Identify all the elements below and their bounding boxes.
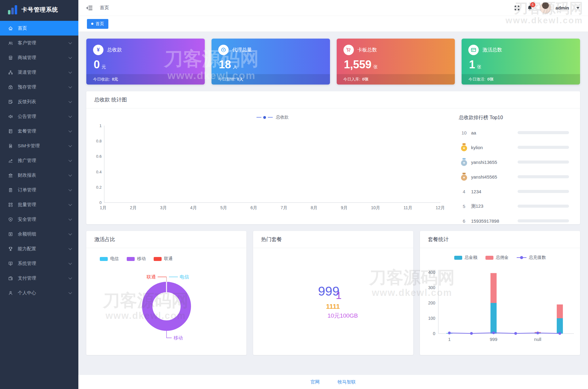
app-logo: 卡号管理系统	[0, 0, 78, 20]
sidebar-item-finance[interactable]: 财政报表	[0, 168, 78, 183]
sidebar: 卡号管理系统 首页客户管理商城管理渠道管理预存管理反馈列表公告管理套餐管理SIM…	[0, 0, 78, 389]
profile-icon	[8, 290, 13, 296]
legend-item-2[interactable]: 总佣金	[485, 255, 509, 260]
panel-title: 热门套餐	[253, 231, 413, 248]
collapse-menu-icon[interactable]	[86, 4, 93, 12]
sidebar-item-deposit[interactable]: 预存管理	[0, 80, 78, 94]
sidebar-item-pay[interactable]: 支付管理	[0, 271, 78, 285]
footer-link-muma[interactable]: 牧马智联	[338, 379, 356, 385]
x-axis-tick: 11月	[403, 205, 412, 211]
card-title: 代理总量	[232, 47, 252, 53]
app-window: 卡号管理系统 首页客户管理商城管理渠道管理预存管理反馈列表公告管理套餐管理SIM…	[0, 0, 588, 389]
notification-bell-icon[interactable]: 6	[527, 5, 533, 11]
hot-packages-wordcloud: 9991111110元100GB	[253, 248, 413, 355]
user-avatar[interactable]	[540, 2, 551, 14]
sidebar-item-promo[interactable]: 推广管理	[0, 153, 78, 168]
rank-number: 10	[462, 130, 467, 135]
sidebar-item-customers[interactable]: 客户管理	[0, 36, 78, 50]
breadcrumb: 首页	[100, 5, 109, 11]
tab-home[interactable]: 首页	[87, 19, 108, 29]
line-legend[interactable]: 总收款	[86, 113, 459, 121]
notice-icon	[8, 114, 13, 119]
sidebar-item-system[interactable]: 系统管理	[0, 256, 78, 271]
card-value: 0元	[86, 55, 205, 71]
sidebar-item-feedback[interactable]: 反馈列表	[0, 94, 78, 109]
sidebar-item-label: 余额明细	[18, 231, 69, 237]
footer-link-official-site[interactable]: 官网	[311, 379, 320, 385]
legend-swatch-icon	[154, 257, 162, 261]
y-axis-tick: 1	[99, 123, 102, 128]
revenue-panel: 总收款 统计图 总收款 00.20.40.60.81 1月2月3月4月5月6月7…	[86, 91, 580, 224]
ranking-row: ★yanshi13655	[459, 155, 569, 169]
yen-circle-icon: ¥	[93, 45, 103, 55]
notification-count-badge: 6	[530, 2, 535, 7]
legend-item-1[interactable]: 电信	[100, 256, 119, 262]
tab-label: 首页	[96, 21, 104, 27]
sidebar-item-security[interactable]: 安全管理	[0, 212, 78, 227]
rank-progress-bar	[518, 161, 569, 164]
sidebar-item-label: 个人中心	[18, 290, 69, 296]
card-icon	[468, 45, 479, 55]
svg-text:200: 200	[428, 300, 436, 305]
ranking-row: 10aa	[459, 125, 569, 140]
finance-icon	[8, 173, 13, 178]
topbar: 首页 6 admin	[78, 0, 588, 16]
chevron-down-icon	[69, 55, 72, 59]
svg-text:400: 400	[428, 270, 436, 275]
hot-packages-panel: 热门套餐 9991111110元100GB	[253, 231, 413, 355]
sidebar-item-label: 系统管理	[18, 261, 69, 266]
sidebar-item-balance[interactable]: 余额明细	[0, 227, 78, 241]
legend-swatch-icon	[454, 256, 462, 260]
chevron-down-icon	[69, 158, 72, 162]
cart-icon	[343, 45, 354, 55]
legend-dot-icon	[263, 116, 266, 119]
rank-number: 4	[463, 189, 465, 194]
medal-gold-icon: ★	[461, 145, 467, 151]
sidebar-item-home[interactable]: 首页	[0, 21, 78, 36]
rank-name: 1234	[471, 189, 518, 194]
bar-chart: 01002003004001999null	[420, 262, 580, 353]
content: 刀客源码网www.dkewl.com 刀客源码网www.dkewl.com 刀客…	[78, 32, 588, 375]
sidebar-item-label: 推广管理	[18, 158, 69, 164]
sidebar-item-batch[interactable]: 批量管理	[0, 197, 78, 212]
pay-icon	[8, 276, 13, 281]
sidebar-item-profile[interactable]: 个人中心	[0, 285, 78, 300]
sidebar-item-order[interactable]: 订单管理	[0, 183, 78, 197]
legend-label: 电信	[110, 256, 119, 262]
fullscreen-icon[interactable]	[514, 5, 520, 11]
sidebar-item-channel[interactable]: 渠道管理	[0, 65, 78, 80]
batch-icon	[8, 202, 13, 207]
ranking-row: 5测123	[459, 199, 569, 213]
chevron-down-icon	[69, 114, 72, 118]
bottom-panels: 激活占比 电信移动联通 联通电信移动 热门套餐 9991111110元100GB…	[86, 224, 580, 355]
package-stats-panel: 套餐统计 总金额总佣金总充值数 01002003004001999null	[420, 231, 580, 355]
hot-package-word: 1	[336, 290, 342, 300]
user-menu-caret-icon[interactable]	[576, 7, 579, 9]
sidebar-item-label: SIM卡管理	[18, 143, 69, 149]
username[interactable]: admin	[556, 5, 569, 10]
rank-name: kylion	[471, 145, 518, 150]
legend-item-2[interactable]: 移动	[127, 256, 146, 262]
x-axis-tick: 3月	[160, 205, 167, 211]
chevron-down-icon	[69, 276, 72, 279]
balance-icon	[8, 232, 13, 237]
sidebar-item-label: 安全管理	[18, 217, 69, 222]
sidebar-item-sim[interactable]: SIM卡管理	[0, 138, 78, 153]
medal-bronze-icon: ★	[461, 175, 467, 181]
chevron-down-icon	[69, 202, 72, 206]
sidebar-item-notice[interactable]: 公告管理	[0, 109, 78, 124]
stat-cards: ¥ 总收款 0元 今日收款:0元 代理总量 18人 今日新增:0人	[86, 39, 580, 85]
sidebar-item-mall[interactable]: 商城管理	[0, 50, 78, 65]
legend-item-1[interactable]: 总金额	[454, 255, 478, 260]
legend-item-3[interactable]: 联通	[154, 256, 173, 262]
rank-name: yanshi13655	[471, 160, 518, 165]
rank-progress-bar	[518, 205, 569, 208]
stat-card-agents: 代理总量 18人 今日新增:0人	[212, 39, 330, 85]
sidebar-item-package[interactable]: 套餐管理	[0, 124, 78, 138]
sidebar-item-ability[interactable]: 能力配置	[0, 241, 78, 256]
legend-item-3[interactable]: 总充值数	[517, 255, 546, 260]
card-footer: 今日新增:0人	[212, 74, 330, 85]
legend-label: 总收款	[276, 115, 289, 120]
chevron-down-icon	[69, 41, 72, 44]
card-value: 1,559张	[337, 55, 455, 71]
